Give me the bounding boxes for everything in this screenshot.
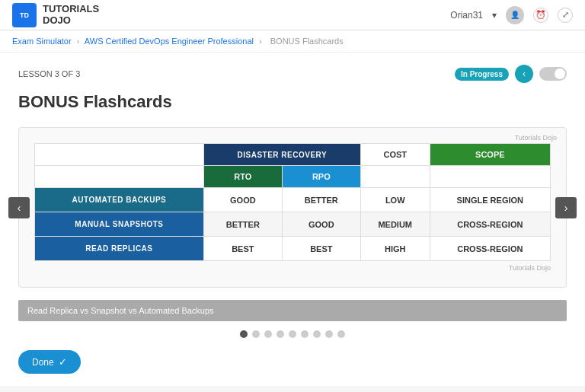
row-label-2: READ REPLICAS xyxy=(35,237,204,261)
pagination-dot-4[interactable] xyxy=(289,330,296,338)
breadcrumb-current: BONUS Flashcards xyxy=(270,37,344,46)
user-chevron: ▾ xyxy=(492,10,497,21)
done-button[interactable]: Done ✓ xyxy=(18,350,81,374)
disaster-recovery-header: DISASTER RECOVERY xyxy=(203,144,360,166)
checkmark-icon: ✓ xyxy=(59,356,67,368)
main-content: LESSON 3 OF 3 In Progress ‹ BONUS Flashc… xyxy=(0,53,585,386)
prev-lesson-button[interactable]: ‹ xyxy=(515,65,533,83)
pagination-dot-5[interactable] xyxy=(301,330,308,338)
comparison-table: DISASTER RECOVERY COST SCOPE RTO RPO AUT… xyxy=(34,143,551,261)
flashcard-container: Tutorials Dojo ‹ › DISASTER RECOVERY COS… xyxy=(18,127,567,288)
caption-bar: Read Replica vs Snapshot vs Automated Ba… xyxy=(18,300,567,321)
lesson-header: LESSON 3 OF 3 In Progress ‹ xyxy=(18,65,567,83)
rpo-header: RPO xyxy=(282,166,360,188)
pagination-dot-1[interactable] xyxy=(252,330,260,338)
cost-value-2: HIGH xyxy=(360,237,430,261)
scope-subheader xyxy=(430,166,550,188)
logo-icon: TD xyxy=(12,3,37,27)
brand-name: TUTORIALSDOJO xyxy=(43,4,99,26)
page-title: BONUS Flashcards xyxy=(18,92,567,112)
breadcrumb-exam-simulator[interactable]: Exam Simulator xyxy=(12,37,72,46)
clock-icon[interactable]: ⏰ xyxy=(533,8,548,23)
scope-value-1: CROSS-REGION xyxy=(430,212,550,237)
logo-text: TD xyxy=(20,11,29,19)
watermark-bottom: Tutorials Dojo xyxy=(34,264,551,272)
arrow-left-button[interactable]: ‹ xyxy=(8,197,30,218)
rto-value-2: BEST xyxy=(203,237,282,261)
breadcrumb-sep2: › xyxy=(259,37,262,46)
pagination xyxy=(18,330,567,338)
breadcrumb: Exam Simulator › AWS Certified DevOps En… xyxy=(0,30,585,53)
nav-right: Orian31 ▾ 👤 ⏰ ⤢ xyxy=(450,6,573,24)
rto-value-1: BETTER xyxy=(203,212,282,237)
avatar[interactable]: 👤 xyxy=(506,6,524,24)
watermark-top: Tutorials Dojo xyxy=(515,134,557,142)
arrow-right-button[interactable]: › xyxy=(555,197,577,218)
logo-area: TD TUTORIALSDOJO xyxy=(12,3,99,27)
row-label-1: MANUAL SNAPSHOTS xyxy=(35,212,204,237)
username-label: Orian31 xyxy=(450,10,483,21)
breadcrumb-course[interactable]: AWS Certified DevOps Engineer Profession… xyxy=(85,37,254,46)
cost-subheader xyxy=(360,166,430,188)
pagination-dot-7[interactable] xyxy=(325,330,333,338)
breadcrumb-sep1: › xyxy=(77,37,80,46)
done-label: Done xyxy=(32,357,54,368)
cost-value-0: LOW xyxy=(360,188,430,212)
cost-value-1: MEDIUM xyxy=(360,212,430,237)
scope-value-0: SINGLE REGION xyxy=(430,188,550,212)
pagination-dot-8[interactable] xyxy=(337,330,345,338)
pagination-dot-6[interactable] xyxy=(313,330,321,338)
top-navigation: TD TUTORIALSDOJO Orian31 ▾ 👤 ⏰ ⤢ xyxy=(0,0,585,30)
rto-header: RTO xyxy=(203,166,282,188)
scope-value-2: CROSS-REGION xyxy=(430,237,550,261)
rpo-value-1: GOOD xyxy=(282,212,360,237)
rpo-value-0: BETTER xyxy=(282,188,360,212)
cost-header: COST xyxy=(360,144,430,166)
pagination-dot-2[interactable] xyxy=(264,330,272,338)
pagination-dot-0[interactable] xyxy=(240,330,248,338)
empty-subheader-cell xyxy=(35,166,204,188)
pagination-dot-3[interactable] xyxy=(277,330,284,338)
lesson-info: LESSON 3 OF 3 xyxy=(18,69,80,78)
rto-value-0: GOOD xyxy=(203,188,282,212)
lesson-controls: In Progress ‹ xyxy=(455,65,567,83)
rpo-value-2: BEST xyxy=(282,237,360,261)
row-label-0: AUTOMATED BACKUPS xyxy=(35,188,204,212)
expand-icon[interactable]: ⤢ xyxy=(558,8,573,23)
empty-header-cell xyxy=(35,144,204,166)
status-badge: In Progress xyxy=(455,68,509,81)
lesson-toggle[interactable] xyxy=(539,67,567,81)
scope-header: SCOPE xyxy=(430,144,550,166)
